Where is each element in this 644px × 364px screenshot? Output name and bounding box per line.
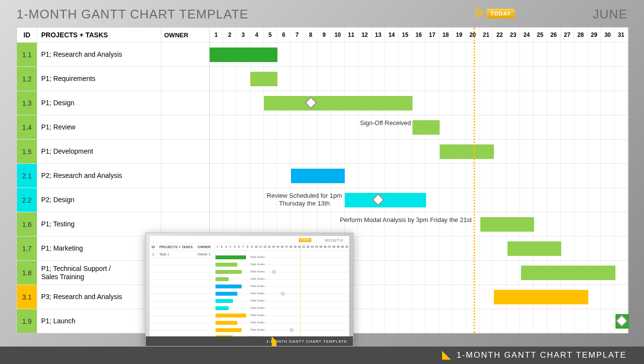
- day-26: 26: [547, 28, 561, 42]
- task-id: 1.3: [17, 91, 37, 115]
- task-row: 2.2P2; DesignReview Scheduled for 1pm Th…: [17, 188, 628, 212]
- day-31: 31: [614, 28, 628, 42]
- day-1: 1: [210, 28, 223, 42]
- day-8: 8: [304, 28, 318, 42]
- task-row: 1.5P1; Development: [17, 139, 628, 163]
- page: 1-MONTH GANTT CHART TEMPLATE JUNE TODAY …: [0, 0, 644, 364]
- chevrons-right-icon: [472, 10, 484, 21]
- task-row: 1.4P1; ReviewSign-Off Received: [17, 115, 628, 139]
- day-3: 3: [237, 28, 250, 42]
- task-id: 1.9: [17, 309, 37, 333]
- task-name: P1; Testing: [37, 212, 161, 236]
- task-name: P2; Design: [37, 188, 161, 212]
- day-23: 23: [506, 28, 520, 42]
- task-timeline: Sign-Off Received: [210, 115, 628, 139]
- gantt-bar[interactable]: [507, 241, 562, 256]
- day-17: 17: [426, 28, 439, 42]
- day-15: 15: [399, 28, 412, 42]
- task-id: 3.1: [17, 285, 37, 309]
- task-timeline: [210, 140, 628, 163]
- task-note: Perform Modal Analysis by 3pm Friday the…: [331, 216, 480, 224]
- page-title: 1-MONTH GANTT CHART TEMPLATE: [16, 7, 248, 22]
- task-owner: [161, 91, 210, 115]
- task-name: P1; Review: [37, 115, 161, 139]
- thumb-today-label: TODAY: [299, 238, 311, 242]
- gantt-bar[interactable]: [210, 47, 277, 62]
- gantt-bar[interactable]: [345, 193, 426, 207]
- thumbnail-preview: MONTHTODAYIDPROJECTS + TASKSOWNER1234567…: [145, 233, 353, 347]
- task-owner: [161, 67, 210, 91]
- task-timeline: [210, 164, 628, 188]
- day-2: 2: [223, 28, 237, 42]
- task-name: P1; Requirements: [37, 67, 161, 91]
- task-name: P1; Technical Support /Sales Training: [37, 261, 161, 285]
- day-20: 20: [466, 28, 480, 42]
- task-row: 1.3P1; Design: [17, 91, 628, 115]
- task-owner: [161, 164, 210, 188]
- today-label: TODAY: [487, 9, 515, 18]
- day-10: 10: [331, 28, 345, 42]
- task-row: 2.1P2; Research and Analysis: [17, 163, 628, 188]
- day-28: 28: [574, 28, 588, 42]
- footer-title: 1-MONTH GANTT CHART TEMPLATE: [457, 350, 627, 360]
- task-timeline: [210, 67, 628, 91]
- day-16: 16: [412, 28, 426, 42]
- gantt-bar[interactable]: [264, 96, 413, 111]
- task-name: P2; Research and Analysis: [37, 164, 161, 188]
- task-name: P1; Marketing: [37, 237, 161, 260]
- task-id: 1.2: [17, 67, 37, 91]
- task-owner: [161, 43, 210, 66]
- day-25: 25: [534, 28, 547, 42]
- day-29: 29: [588, 28, 601, 42]
- task-id: 1.4: [17, 115, 37, 139]
- task-name: P1; Launch: [37, 309, 161, 333]
- gantt-bar[interactable]: [291, 169, 345, 183]
- task-note: Review Scheduled for 1pm Thursday the 13…: [264, 192, 345, 208]
- task-timeline: [210, 43, 628, 66]
- task-name: P1; Design: [37, 91, 161, 115]
- thumb-month: MONTH: [325, 238, 343, 243]
- day-7: 7: [291, 28, 304, 42]
- task-owner: [161, 115, 210, 139]
- col-owner: OWNER: [161, 28, 210, 42]
- day-9: 9: [318, 28, 331, 42]
- task-id: 1.1: [17, 43, 37, 66]
- task-name: P1; Research and Analysis: [37, 43, 161, 66]
- task-id: 2.2: [17, 188, 37, 212]
- gantt-bar[interactable]: [250, 72, 277, 86]
- col-id: ID: [17, 28, 37, 42]
- footer: 1-MONTH GANTT CHART TEMPLATE: [0, 347, 644, 364]
- day-18: 18: [439, 28, 453, 42]
- task-row: 1.1P1; Research and Analysis: [17, 42, 628, 66]
- gantt-bar[interactable]: [440, 144, 494, 159]
- task-id: 1.6: [17, 212, 37, 236]
- task-row: 1.2P1; Requirements: [17, 66, 628, 91]
- day-4: 4: [250, 28, 264, 42]
- day-30: 30: [601, 28, 614, 42]
- task-owner: [161, 188, 210, 212]
- task-timeline: [210, 91, 628, 115]
- day-24: 24: [520, 28, 534, 42]
- day-19: 19: [453, 28, 466, 42]
- day-13: 13: [372, 28, 385, 42]
- gantt-bar[interactable]: [480, 217, 535, 232]
- day-6: 6: [277, 28, 291, 42]
- header: 1-MONTH GANTT CHART TEMPLATE JUNE: [0, 0, 644, 27]
- task-timeline: Review Scheduled for 1pm Thursday the 13…: [210, 188, 628, 212]
- gantt-bar[interactable]: [413, 120, 440, 135]
- thumbnail-footer: 1-MONTH GANTT CHART TEMPLATE: [146, 336, 353, 346]
- col-name: PROJECTS + TASKS: [37, 28, 161, 42]
- task-owner: [161, 140, 210, 163]
- day-12: 12: [358, 28, 372, 42]
- task-id: 1.7: [17, 237, 37, 260]
- today-indicator: TODAY: [487, 9, 515, 17]
- task-id: 1.5: [17, 140, 37, 163]
- task-id: 1.8: [17, 261, 37, 285]
- day-14: 14: [385, 28, 399, 42]
- gantt-bar[interactable]: [494, 290, 589, 304]
- chevron-icon: [442, 351, 451, 360]
- day-27: 27: [561, 28, 574, 42]
- day-11: 11: [345, 28, 358, 42]
- day-21: 21: [480, 28, 493, 42]
- gantt-bar[interactable]: [521, 266, 616, 280]
